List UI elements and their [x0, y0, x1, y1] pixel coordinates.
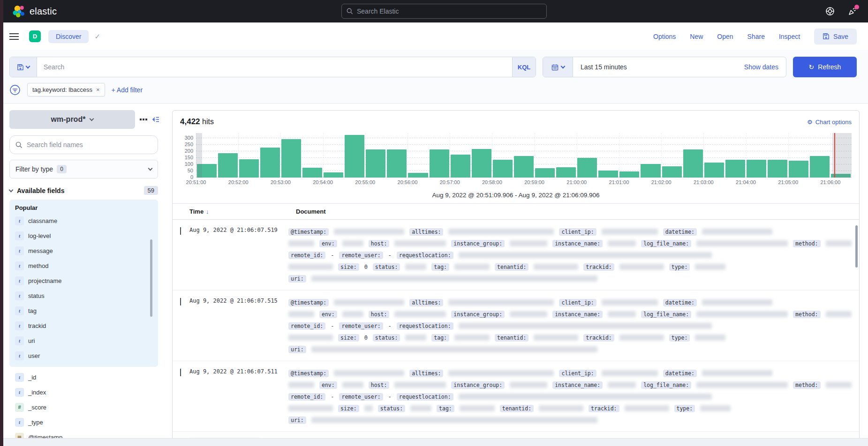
histogram-bar[interactable]: [703, 133, 725, 178]
field-item-uri[interactable]: turi: [15, 333, 152, 348]
toolbar-link-inspect[interactable]: Inspect: [779, 33, 800, 40]
expand-row-icon[interactable]: [180, 226, 189, 284]
show-dates-link[interactable]: Show dates: [744, 63, 786, 71]
field-item-user[interactable]: tuser: [15, 348, 152, 363]
filter-by-type-select[interactable]: Filter by type 0: [9, 160, 158, 178]
redacted-value: [602, 229, 658, 235]
save-button[interactable]: Save: [814, 29, 857, 45]
histogram-bar[interactable]: [471, 133, 492, 178]
y-axis-tick: 150: [185, 155, 193, 160]
results-scrollbar[interactable]: [855, 225, 858, 268]
redacted-value: [608, 382, 636, 388]
histogram-bar[interactable]: [323, 133, 344, 178]
histogram-bar[interactable]: [788, 133, 809, 178]
histogram-bar[interactable]: [535, 133, 556, 178]
histogram-bar[interactable]: [217, 133, 238, 178]
text-field-icon: t: [15, 231, 24, 240]
field-item-trackid[interactable]: ttrackid: [15, 318, 152, 333]
collapse-sidebar-icon[interactable]: [152, 116, 159, 123]
field-item-tag[interactable]: ttag: [15, 303, 152, 318]
histogram-bar[interactable]: [809, 133, 830, 178]
breadcrumb[interactable]: Discover: [48, 30, 89, 43]
histogram-bar[interactable]: [238, 133, 259, 178]
field-settings-icon[interactable]: [140, 119, 147, 120]
histogram-bar[interactable]: [280, 133, 302, 178]
menu-icon[interactable]: [9, 33, 19, 40]
histogram-chart[interactable]: 050100150200250300 20:51:0020:52:0020:53…: [178, 133, 853, 186]
field-item-status[interactable]: tstatus: [15, 288, 152, 303]
field-item-_score[interactable]: #_score: [15, 400, 152, 415]
sort-desc-icon[interactable]: ↓: [206, 208, 209, 215]
x-axis-tick: 21:02:00: [651, 179, 672, 185]
add-filter-link[interactable]: + Add filter: [112, 86, 143, 94]
table-row[interactable]: Aug 9, 2022 @ 21:06:07.515@timestamp:all…: [173, 290, 859, 361]
refresh-button[interactable]: ↻ Refresh: [793, 57, 857, 77]
histogram-bar[interactable]: [767, 133, 788, 178]
toolbar-link-options[interactable]: Options: [653, 33, 676, 40]
elastic-brand[interactable]: elastic: [13, 5, 57, 18]
kql-button[interactable]: KQL: [512, 57, 536, 77]
sidebar-scrollbar[interactable]: [150, 239, 152, 317]
toolbar-link-share[interactable]: Share: [747, 33, 765, 40]
x-axis-tick: 20:51:00: [186, 179, 206, 185]
field-item-_type[interactable]: t_type: [15, 415, 152, 430]
histogram-bar[interactable]: [513, 133, 534, 178]
field-item-method[interactable]: tmethod: [15, 258, 152, 273]
histogram-bar[interactable]: [640, 133, 661, 178]
chart-options-button[interactable]: ⚙ Chart options: [807, 119, 852, 126]
expand-row-icon[interactable]: [180, 297, 189, 355]
histogram-bar[interactable]: [619, 133, 640, 178]
toolbar-link-new[interactable]: New: [690, 33, 703, 40]
x-axis-tick: 20:52:00: [228, 179, 249, 185]
field-label-badge: tenantid:: [500, 405, 534, 412]
query-input[interactable]: [37, 63, 512, 71]
saved-query-button[interactable]: [10, 57, 37, 77]
histogram-bar[interactable]: [429, 133, 450, 178]
histogram-bar[interactable]: [725, 133, 746, 178]
x-axis-tick: 20:57:00: [440, 179, 460, 185]
field-item-message[interactable]: tmessage: [15, 243, 152, 258]
table-row[interactable]: Aug 9, 2022 @ 21:06:07.519@timestamp:all…: [173, 220, 859, 290]
field-item-log-level[interactable]: tlog-level: [15, 228, 152, 243]
field-item-_index[interactable]: t_index: [15, 385, 152, 400]
remove-filter-icon[interactable]: ×: [96, 86, 100, 93]
global-search-input[interactable]: Search Elastic: [341, 4, 547, 19]
redacted-value: [342, 382, 363, 388]
histogram-bar[interactable]: [661, 133, 682, 178]
chevron-down-icon: [90, 117, 94, 121]
redacted-value: [608, 240, 636, 246]
histogram-bar[interactable]: [556, 133, 577, 178]
histogram-bar[interactable]: [259, 133, 280, 178]
filter-icon[interactable]: [9, 84, 21, 96]
expand-row-icon[interactable]: [180, 367, 189, 426]
histogram-bar[interactable]: [365, 133, 386, 178]
histogram-bar[interactable]: [746, 133, 767, 178]
chevron-down-icon[interactable]: [9, 187, 14, 192]
field-item-projectname[interactable]: tprojectname: [15, 273, 152, 288]
field-name: user: [28, 352, 40, 359]
data-view-picker[interactable]: wm-prod*: [9, 110, 135, 129]
table-row[interactable]: Aug 9, 2022 @ 21:06:07.511@timestamp:all…: [173, 361, 859, 432]
histogram-bar[interactable]: [682, 133, 703, 178]
field-item-classname[interactable]: tclassname: [15, 213, 152, 228]
histogram-bar[interactable]: [408, 133, 429, 178]
field-name: _index: [28, 389, 46, 396]
field-search-input[interactable]: Search field names: [9, 135, 158, 154]
toolbar-link-open[interactable]: Open: [717, 33, 733, 40]
calendar-button[interactable]: [543, 57, 573, 77]
histogram-bar[interactable]: [386, 133, 408, 178]
histogram-bar[interactable]: [344, 133, 365, 178]
deployment-badge[interactable]: D: [29, 30, 41, 42]
histogram-bar[interactable]: [598, 133, 619, 178]
time-column-header[interactable]: Time: [189, 208, 204, 215]
filter-pill[interactable]: tag.keyword: lbaccess ×: [27, 83, 105, 97]
help-icon[interactable]: [825, 6, 835, 16]
histogram-bar[interactable]: [492, 133, 513, 178]
field-label-badge: instance_group:: [451, 381, 505, 389]
histogram-bar[interactable]: [302, 133, 323, 178]
newsfeed-icon[interactable]: [847, 6, 858, 16]
histogram-bar[interactable]: [577, 133, 598, 178]
field-item-_id[interactable]: t_id: [15, 370, 152, 385]
histogram-bar[interactable]: [450, 133, 471, 178]
time-range-value[interactable]: Last 15 minutes: [573, 63, 627, 71]
